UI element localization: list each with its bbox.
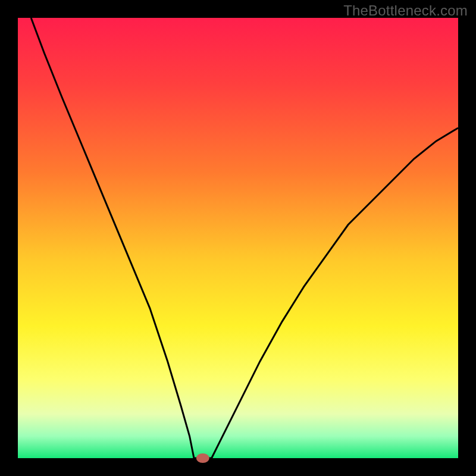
optimum-marker bbox=[196, 453, 209, 463]
bottleneck-chart bbox=[0, 0, 476, 476]
plot-background bbox=[18, 18, 458, 458]
chart-frame: TheBottleneck.com bbox=[0, 0, 476, 476]
